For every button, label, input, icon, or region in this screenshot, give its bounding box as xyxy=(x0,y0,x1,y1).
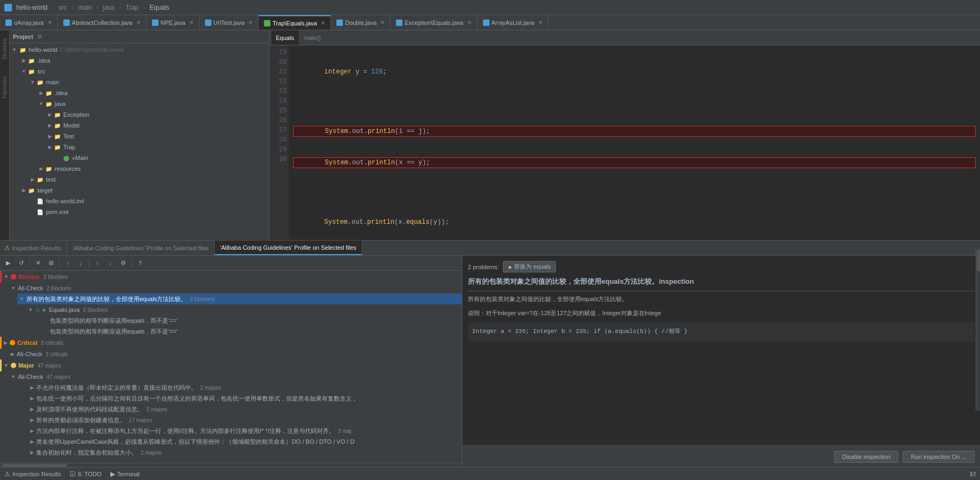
equals-check-item[interactable]: ▼ 所有的包装类对象之间值的比较，全部使用equals方法比较。 2 block… xyxy=(17,294,462,304)
expand-all-btn[interactable]: ⊞ xyxy=(45,257,57,269)
major-item-6[interactable]: ▶ 类名使用UpperCamelCase风格，必须遵从驼峰形式，但以下情形例外：… xyxy=(17,436,462,447)
close-tab-btn[interactable]: ✕ xyxy=(321,20,325,26)
equals-java-item[interactable]: ▼ ☉ ● Equals.java 2 blockers xyxy=(26,304,462,315)
expand-arrow[interactable]: ▼ xyxy=(21,69,27,74)
expand-arrow[interactable]: ▶ xyxy=(47,123,53,128)
fix-equals-button[interactable]: ● 替换为 equals xyxy=(503,261,555,272)
favorites-tab[interactable]: Favorites xyxy=(2,76,8,98)
status-terminal[interactable]: ▶ Terminal xyxy=(110,470,140,478)
leaf-item-2[interactable]: 包装类型间的相等判断应该用equals，而不是'==' xyxy=(37,326,462,337)
v-scrollbar[interactable] xyxy=(976,256,980,411)
major-item-4[interactable]: ▶ 所有的类都必须添加创建者信息。 17 majors xyxy=(17,415,462,425)
ali-check-major[interactable]: ▼ Ali-Check 47 majors xyxy=(9,371,462,382)
expand-arrow[interactable]: ▶ xyxy=(47,144,53,150)
close-tab-btn[interactable]: ✕ xyxy=(48,19,52,25)
folder-icon: 📁 xyxy=(44,100,53,108)
editor-tab-main[interactable]: main() xyxy=(300,30,325,45)
close-btn[interactable]: ✕ xyxy=(32,257,44,269)
scrollbar-thumb-v[interactable] xyxy=(977,256,980,271)
major-item-3[interactable]: ▶ 及时清理不再使用的代码段或配置信息。 5 majors xyxy=(17,404,462,415)
export-btn[interactable]: ↑ xyxy=(62,257,74,269)
run-inspection-btn[interactable]: ▶ xyxy=(2,257,14,269)
tree-item-label: test xyxy=(46,176,56,183)
critical-group-header[interactable]: ▶ Critical 3 criticals xyxy=(0,337,462,349)
close-tab-btn[interactable]: ✕ xyxy=(136,19,141,25)
expand-arrow[interactable]: ▶ xyxy=(29,177,36,182)
run-inspection-button[interactable]: Run inspection On ... xyxy=(903,451,975,463)
tree-idea-sub[interactable]: ▶ 📁 .idea xyxy=(10,88,269,98)
import-btn[interactable]: ↓ xyxy=(75,257,87,269)
tree-exception[interactable]: ▶ 📁 Exception xyxy=(10,109,269,120)
main-content: Structure Favorites Project ⚙ ▼ 📁 hello-… xyxy=(0,30,980,240)
profile-tab-2[interactable]: 'Alibaba Coding Guidelines' Profile on S… xyxy=(215,241,362,255)
tree-pom[interactable]: 📄 pom.xml xyxy=(10,206,269,217)
tree-test-folder[interactable]: ▶ 📁 Test xyxy=(10,131,269,142)
expand-arrow[interactable]: ▶ xyxy=(21,58,27,63)
status-inspection-results[interactable]: ⚠ Inspection Results xyxy=(4,470,61,478)
tree-model[interactable]: ▶ 📁 Model xyxy=(10,120,269,131)
editor-tab-equals[interactable]: Equals xyxy=(272,30,299,45)
profile-tab-1[interactable]: 'Alibaba Coding Guidelines' Profile on S… xyxy=(67,241,215,255)
tab-abstractcollection[interactable]: AbstractCollection.java ✕ xyxy=(58,15,147,30)
major-item-2[interactable]: ▶ 包名统一使用小写，点分隔符之间有且仅有一个自然语义的英语单词，包名统一使用单… xyxy=(17,393,462,404)
tree-trap[interactable]: ▶ 📁 Trap xyxy=(10,142,269,152)
tab-trap-equals[interactable]: Trap\Equals.java ✕ xyxy=(259,15,331,30)
tab-double[interactable]: Double.java ✕ xyxy=(331,15,390,30)
blocker-group-header[interactable]: ▼ Blocker 2 blockers xyxy=(0,271,462,283)
tree-main[interactable]: ▼ 📁 main xyxy=(10,77,269,88)
close-tab-btn[interactable]: ✕ xyxy=(380,19,385,25)
tree-idea[interactable]: ▶ 📁 .idea xyxy=(10,55,269,66)
major-item-5[interactable]: ▶ 方法内部单行注释，在被注释语句上方另起一行，使用//注释。方法内部多行注释使… xyxy=(17,425,462,436)
expand-arrow[interactable]: ▶ xyxy=(47,112,53,117)
close-tab-btn[interactable]: ✕ xyxy=(189,19,194,25)
tab-oarray[interactable]: oArray.java ✕ xyxy=(0,15,58,30)
expand-arrow[interactable]: ▶ xyxy=(38,90,44,96)
prev-btn[interactable]: ↑ xyxy=(91,257,103,269)
expand-arrow[interactable]: ▶ xyxy=(47,134,53,139)
code-editor[interactable]: integer y = 128; System.out.println(i ==… xyxy=(289,45,980,240)
major-group-header[interactable]: ▼ Major 47 majors xyxy=(0,359,462,371)
inspection-list: ▼ Blocker 2 blockers ▼ Ali-Check 2 block… xyxy=(0,271,462,463)
structure-tab[interactable]: Structure xyxy=(2,38,8,60)
ali-check-critical[interactable]: ▶ Ali-Check 3 criticals xyxy=(9,349,462,359)
tab-label: Exception\Equals.java xyxy=(405,19,463,26)
java-file-icon xyxy=(63,19,70,26)
close-tab-btn[interactable]: ✕ xyxy=(467,19,472,25)
tree-resources[interactable]: ▶ 📁 resources xyxy=(10,163,269,174)
close-tab-btn[interactable]: ✕ xyxy=(248,19,253,25)
status-todo[interactable]: ☑ 6: TODO xyxy=(70,470,102,478)
tree-src[interactable]: ▼ 📁 src xyxy=(10,66,269,77)
tree-iml[interactable]: 📄 hello-world.iml xyxy=(10,196,269,206)
help-btn[interactable]: ? xyxy=(134,257,146,269)
expand-arrow[interactable]: ▼ xyxy=(12,47,18,52)
leaf-item-1[interactable]: 包装类型间的相等判断应该用equals，而不是'==' xyxy=(37,315,462,326)
left-side-strip: Structure Favorites xyxy=(0,30,10,240)
ali-check-blocker[interactable]: ▼ Ali-Check 2 blockers xyxy=(9,283,462,294)
tab-urltest[interactable]: UrlTest.java ✕ xyxy=(200,15,259,30)
tree-test[interactable]: ▶ 📁 test xyxy=(10,174,269,185)
close-tab-btn[interactable]: ✕ xyxy=(538,19,542,25)
major-items: ▶ 不允许任何魔法值（即未经定义的常量）直接出现在代码中。 2 majors ▶… xyxy=(9,382,462,458)
h-scrollbar[interactable] xyxy=(0,463,462,467)
tree-root[interactable]: ▼ 📁 hello-world C:\WorkProject\hello-wor… xyxy=(10,44,269,55)
tab-arraysaslist[interactable]: ArrayAsList.java ✕ xyxy=(478,15,548,30)
disable-inspection-button[interactable]: Disable inspection xyxy=(834,451,898,463)
tab-exception-equals[interactable]: Exception\Equals.java ✕ xyxy=(390,15,477,30)
tree-main-java[interactable]: ⬤ ● Main xyxy=(10,152,269,163)
tab-npe[interactable]: NPE.java ✕ xyxy=(147,15,200,30)
next-btn[interactable]: ↓ xyxy=(104,257,116,269)
major-item-1[interactable]: ▶ 不允许任何魔法值（即未经定义的常量）直接出现在代码中。 2 majors xyxy=(17,382,462,393)
expand-arrow[interactable]: ▼ xyxy=(29,79,36,85)
expand-arrow[interactable]: ▶ xyxy=(38,166,44,171)
expand-arrow[interactable]: ▼ xyxy=(38,101,44,106)
project-label: Project xyxy=(13,34,33,40)
tree-java[interactable]: ▼ 📁 java xyxy=(10,98,269,109)
settings-btn[interactable]: ⚙ xyxy=(117,257,129,269)
gear-icon[interactable]: ⚙ xyxy=(37,34,42,39)
file-icon: ☉ xyxy=(35,307,40,313)
expand-arrow[interactable]: ▶ xyxy=(21,188,27,193)
rerun-btn[interactable]: ↺ xyxy=(15,257,27,269)
major-item-7[interactable]: ▶ 集合初始化时，指定集合初始值大小。 2 majors xyxy=(17,447,462,458)
tree-target[interactable]: ▶ 📁 target xyxy=(10,185,269,196)
detail-title: 所有的包装类对象之间值的比较，全部使用equals方法比较。inspection xyxy=(468,277,975,286)
